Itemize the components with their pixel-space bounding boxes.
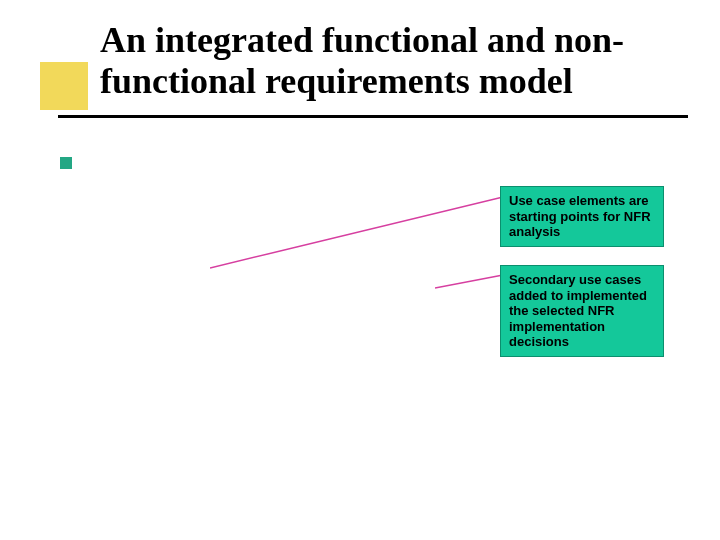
svg-line-1 [435, 275, 503, 288]
decorative-square [40, 62, 88, 110]
connector-line-2 [435, 273, 505, 291]
callout-text-1: Use case elements are starting points fo… [509, 193, 651, 239]
callout-box-1: Use case elements are starting points fo… [500, 186, 664, 247]
callout-box-2: Secondary use cases added to implemented… [500, 265, 664, 357]
bullet-marker [60, 157, 72, 169]
svg-line-0 [210, 197, 503, 268]
slide-title: An integrated functional and non-functio… [100, 20, 680, 103]
title-underline [58, 115, 688, 118]
connector-line-1 [210, 195, 505, 270]
callout-text-2: Secondary use cases added to implemented… [509, 272, 647, 349]
